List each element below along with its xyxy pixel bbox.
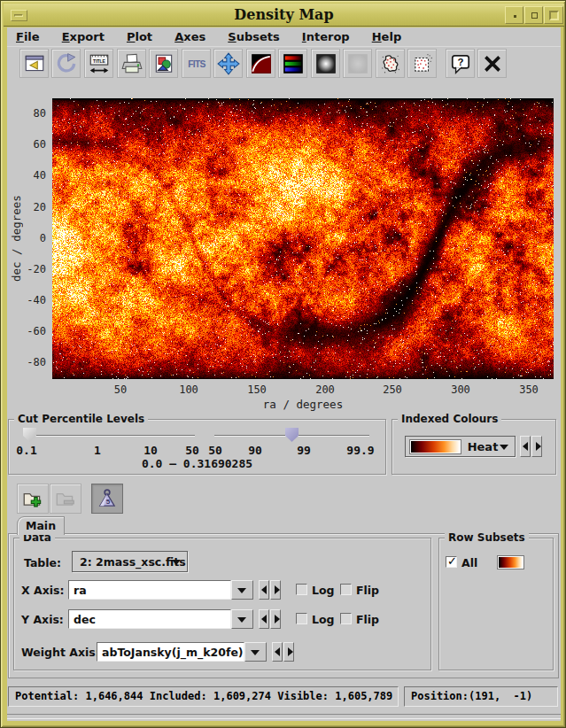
menu-axes[interactable]: Axes — [166, 27, 214, 46]
help-button[interactable]: ? — [446, 49, 475, 78]
weight-axis-dropdown-button[interactable] — [244, 642, 267, 662]
menu-subsets[interactable]: Subsets — [219, 27, 288, 46]
indexed-colours-title: Indexed Colours — [398, 413, 501, 425]
triangle-left-icon — [261, 585, 267, 594]
menu-interop[interactable]: Interop — [293, 27, 359, 46]
subset-colour-swatch[interactable] — [498, 556, 523, 569]
colour-stretch-button[interactable] — [246, 49, 275, 78]
pan-button[interactable] — [213, 49, 243, 78]
weight-axis-next-button[interactable] — [283, 642, 294, 662]
add-dataset-button[interactable] — [17, 484, 49, 514]
subset-all-checkbox[interactable]: ✓ — [446, 556, 457, 568]
weight-axis-combobox[interactable]: abToJansky(j_m_k20fe) — [97, 642, 267, 662]
x-tick: 300 — [451, 383, 470, 396]
print-icon — [120, 52, 143, 75]
menu-export[interactable]: Export — [53, 27, 113, 46]
colour-map-prev-button[interactable] — [520, 436, 531, 457]
weight-axis-label: Weight Axis: — [21, 646, 100, 659]
y-tick: 80 — [18, 107, 46, 120]
triangle-left-icon — [261, 615, 267, 623]
minimize-icon — [514, 15, 516, 18]
slider-label: 10 — [143, 444, 158, 457]
check-icon: ✓ — [447, 554, 457, 568]
weight-axis-input[interactable]: abToJansky(j_m_k20fe) — [97, 642, 244, 662]
x-tick: 250 — [383, 383, 402, 396]
y-axis-combobox[interactable]: dec — [68, 609, 253, 629]
menu-plot[interactable]: Plot — [118, 27, 161, 46]
table-combobox[interactable]: 2: 2mass_xsc.fits — [72, 551, 188, 572]
split-window-button[interactable] — [19, 49, 49, 78]
smooth-button[interactable] — [343, 49, 372, 78]
table-value: 2: 2mass_xsc.fits — [80, 552, 186, 571]
y-tick: 20 — [18, 201, 46, 213]
replot-icon — [55, 52, 78, 75]
y-axis-ticks: 80 60 40 20 0 -20 -40 -60 -80 — [21, 98, 50, 379]
y-flip-checkbox[interactable] — [340, 613, 352, 624]
rgb-levels-button[interactable] — [278, 49, 307, 78]
x-axis-title: ra / degrees — [52, 398, 554, 411]
subset-from-visible-button[interactable] — [407, 49, 437, 78]
export-fits-button[interactable]: FITS — [182, 49, 211, 78]
colour-map-combobox[interactable]: Heat — [405, 436, 516, 457]
x-axis-input[interactable]: ra — [68, 580, 231, 600]
low-cut-slider[interactable] — [24, 435, 195, 437]
menu-file[interactable]: File — [7, 27, 49, 46]
cut-percentile-panel: Cut Percentile Levels 0.1 1 10 50 50 90 … — [8, 419, 386, 475]
x-axis-next-button[interactable] — [270, 580, 281, 600]
x-axis-label: X Axis: — [21, 584, 64, 597]
restore-icon — [549, 11, 559, 20]
x-axis-dropdown-button[interactable] — [231, 580, 253, 600]
cut-percentile-title: Cut Percentile Levels — [14, 413, 148, 425]
y-tick: 60 — [18, 138, 46, 151]
status-counts: Potential: 1,646,844 Included: 1,609,274… — [8, 686, 399, 707]
y-axis-prev-button[interactable] — [259, 609, 269, 629]
titlebar[interactable]: Density Map — [4, 4, 564, 27]
y-log-checkbox[interactable] — [296, 613, 307, 624]
low-cut-slider-thumb[interactable] — [23, 428, 36, 442]
close-window-button[interactable] — [544, 6, 563, 24]
y-axis-dropdown-button[interactable] — [231, 609, 253, 629]
remove-dataset-button[interactable] — [50, 484, 81, 514]
export-image-button[interactable] — [149, 49, 178, 78]
high-cut-slider-thumb[interactable] — [285, 428, 299, 442]
replot-button[interactable] — [51, 49, 81, 78]
close-button[interactable] — [477, 49, 507, 78]
menu-help[interactable]: Help — [363, 27, 410, 46]
y-tick: -40 — [18, 294, 46, 306]
triangle-left-icon — [275, 647, 280, 656]
weighted-density-button[interactable] — [311, 49, 340, 78]
colour-map-swatch — [410, 440, 461, 453]
weight-mode-button[interactable]: 5 — [91, 484, 123, 514]
cut-range-readout: 0.0 — 0.31690285 — [9, 457, 385, 470]
svg-text:TITLE: TITLE — [93, 58, 105, 64]
bottom-filler — [7, 714, 561, 719]
minimize-button[interactable] — [505, 6, 523, 24]
weight-axis-prev-button[interactable] — [272, 642, 283, 662]
tab-main[interactable]: Main — [17, 516, 65, 535]
weighted-density-icon — [314, 52, 337, 75]
maximize-button[interactable] — [524, 6, 543, 24]
colour-stretch-icon — [250, 52, 273, 75]
slider-label: 0.1 — [16, 444, 36, 457]
smooth-icon — [346, 52, 369, 75]
x-axis-combobox[interactable]: ra — [68, 580, 253, 600]
x-tick: 100 — [179, 383, 198, 396]
svg-text:5: 5 — [106, 498, 111, 506]
y-axis-input[interactable]: dec — [68, 609, 231, 629]
subset-all-label: All — [461, 556, 477, 569]
x-tick: 200 — [315, 383, 335, 396]
status-position: Position:(191, -1) — [404, 686, 558, 707]
close-icon — [481, 52, 504, 75]
svg-text:FITS: FITS — [188, 59, 205, 69]
row-subsets-title: Row Subsets — [445, 531, 529, 544]
x-flip-checkbox[interactable] — [340, 584, 352, 595]
density-map-plot[interactable] — [52, 98, 554, 379]
colour-map-next-button[interactable] — [531, 436, 542, 457]
slider-label: 90 — [248, 444, 262, 457]
print-button[interactable] — [117, 49, 146, 78]
edit-axes-button[interactable]: TITLE — [84, 49, 113, 78]
x-axis-prev-button[interactable] — [259, 580, 269, 600]
draw-blob-subset-button[interactable] — [376, 49, 405, 78]
x-log-checkbox[interactable] — [296, 584, 307, 595]
y-axis-next-button[interactable] — [270, 609, 281, 629]
